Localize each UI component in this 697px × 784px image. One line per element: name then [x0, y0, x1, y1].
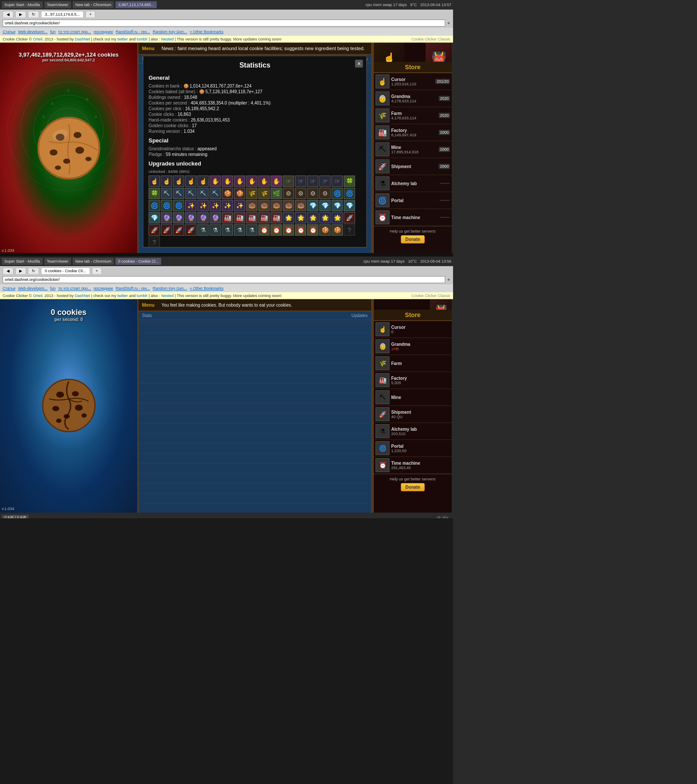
upgrade-52[interactable]: 💎 — [149, 212, 160, 223]
upgrade-69[interactable]: 🚀 — [149, 224, 160, 236]
taskbar-item-cookie[interactable]: 3,967,113,174,665... — [115, 1, 157, 8]
b-bookmark-key[interactable]: Random Key Gen... — [152, 286, 187, 291]
upgrade-56[interactable]: 🔮 — [197, 212, 209, 223]
upgrade-32[interactable]: ⚙ — [319, 188, 331, 199]
upgrade-71[interactable]: 🚀 — [173, 224, 184, 236]
upgrade-60[interactable]: 🏭 — [246, 212, 257, 223]
upgrade-9[interactable]: ✋ — [246, 176, 257, 187]
b-taskbar-mozilla[interactable]: Super Start - Mozilla — [2, 258, 43, 265]
store-farm-top[interactable]: 🌾 Farm 4,178,633,114 2020 — [374, 107, 452, 124]
upgrade-19[interactable]: ⛏ — [161, 188, 172, 199]
b-bookmark-rand[interactable]: RandStuff.ru - ген... — [116, 286, 150, 291]
upgrade-29[interactable]: ⚙ — [283, 188, 294, 199]
tumblr-link[interactable]: tumblr — [137, 37, 148, 41]
upgrade-12[interactable]: ☞ — [283, 176, 294, 187]
b-store-alchemy[interactable]: ⚗ Alchemy lab 203,510 — [374, 423, 452, 440]
b-store-factory[interactable]: 🏭 Factory 5,005 — [374, 372, 452, 389]
star-icon[interactable]: ★ — [447, 21, 450, 25]
upgrade-77[interactable]: ⚗ — [246, 224, 257, 236]
b-twitter-link[interactable]: twitter — [118, 294, 128, 298]
taskbar-item-teamviewer[interactable]: TeamViewer — [44, 1, 71, 8]
upgrade-82[interactable]: ⏰ — [307, 224, 318, 236]
upgrade-55[interactable]: 🔮 — [185, 212, 196, 223]
b-bookmark-stati[interactable]: Статьи — [3, 286, 15, 291]
store-shipment-top[interactable]: 🚀 Shipment 2000 — [374, 158, 452, 175]
tab-cookie-clicker[interactable]: 3...97,113,174,6.5... — [41, 11, 84, 17]
upgrade-47[interactable]: 🍩 — [295, 200, 306, 211]
upgrade-26[interactable]: 🌾 — [246, 188, 257, 199]
b-tab-cookie[interactable]: 0 cookies - Cookie Cli... — [41, 267, 90, 274]
store-alchemy-top[interactable]: ⚗ Alchemy lab — [374, 175, 452, 192]
upgrade-23[interactable]: ⛏ — [210, 188, 221, 199]
b-dashnet-link[interactable]: DashNet — [75, 294, 90, 298]
upgrade-61[interactable]: 🏭 — [258, 212, 270, 223]
upgrade-6[interactable]: ✋ — [210, 176, 221, 187]
upgrade-39[interactable]: ✨ — [197, 200, 209, 211]
orteil-link[interactable]: Orteil — [33, 37, 43, 41]
upgrade-74[interactable]: ⚗ — [210, 224, 221, 236]
b-stats-btn[interactable]: Stats — [142, 313, 152, 318]
b-bookmark-fun[interactable]: fun — [50, 286, 56, 291]
taskbar-item-mozilla[interactable]: Super Start - Mozilla — [2, 1, 43, 8]
upgrade-62[interactable]: 🏭 — [271, 212, 282, 223]
address-bar[interactable]: orteil.dashnet.org/cookieclicker/ — [3, 20, 445, 27]
upgrade-10[interactable]: ✋ — [258, 176, 270, 187]
upgrade-80[interactable]: ⏰ — [283, 224, 294, 236]
b-taskbar-teamviewer[interactable]: TeamViewer — [44, 258, 71, 265]
upgrade-11[interactable]: ✋ — [271, 176, 282, 187]
upgrade-40[interactable]: ✨ — [210, 200, 221, 211]
upgrade-33[interactable]: 🌀 — [332, 188, 343, 199]
b-updates-btn[interactable]: Updates — [352, 313, 368, 318]
bookmark-web[interactable]: Web-developm... — [18, 30, 47, 34]
b-nav-reload[interactable]: ↻ — [28, 267, 39, 274]
upgrade-83[interactable]: 🍪 — [319, 224, 331, 236]
upgrade-13[interactable]: ☞ — [295, 176, 306, 187]
upgrade-72[interactable]: 🚀 — [185, 224, 196, 236]
upgrade-50[interactable]: 💎 — [332, 200, 343, 211]
upgrade-64[interactable]: 🌟 — [295, 212, 306, 223]
upgrade-68[interactable]: 🚀 — [344, 212, 355, 223]
upgrade-48[interactable]: 💎 — [307, 200, 318, 211]
upgrade-44[interactable]: 🍩 — [258, 200, 270, 211]
nested-link[interactable]: Nested — [161, 37, 174, 41]
upgrade-41[interactable]: ✨ — [222, 200, 233, 211]
b-tab-new[interactable]: + — [92, 267, 102, 274]
b-bookmark-web[interactable]: Web-developm... — [18, 286, 47, 291]
b-store-timemachine[interactable]: ⏰ Time machine 291,463,45 — [374, 457, 452, 474]
upgrade-14[interactable]: ☞ — [307, 176, 318, 187]
upgrade-79[interactable]: ⏰ — [271, 224, 282, 236]
b-store-farm[interactable]: 🌾 Farm — [374, 355, 452, 372]
upgrade-5[interactable]: ☝ — [197, 176, 209, 187]
bookmark-posl[interactable]: последнее — [94, 30, 113, 34]
upgrade-37[interactable]: 🌀 — [173, 200, 184, 211]
bookmark-rand[interactable]: RandStuff.ru - ген... — [116, 30, 150, 34]
stats-close-btn[interactable]: × — [355, 60, 363, 68]
upgrade-7[interactable]: ✋ — [222, 176, 233, 187]
b-classic-link[interactable]: Cookie Clicker Classic — [411, 294, 450, 298]
nav-back[interactable]: ◀ — [3, 11, 14, 17]
upgrade-54[interactable]: 🔮 — [173, 212, 184, 223]
upgrade-58[interactable]: 🏭 — [222, 212, 233, 223]
nav-forward[interactable]: ▶ — [15, 11, 26, 17]
store-cursor-top[interactable]: ☝ Cursor 1,203,616,110 201/20 — [374, 73, 452, 90]
upgrade-70[interactable]: 🚀 — [161, 224, 172, 236]
upgrade-65[interactable]: 🌟 — [307, 212, 318, 223]
upgrade-30[interactable]: ⚙ — [295, 188, 306, 199]
bookmark-key[interactable]: Random Key Gen... — [152, 30, 187, 34]
menu-btn-top[interactable]: Menu — [142, 46, 155, 51]
upgrade-45[interactable]: 🍩 — [271, 200, 282, 211]
b-nav-back[interactable]: ◀ — [3, 267, 14, 274]
upgrade-28[interactable]: 🌿 — [271, 188, 282, 199]
b-orteil-link[interactable]: Orteil — [33, 294, 43, 298]
bookmark-stati[interactable]: Статьи — [3, 30, 15, 34]
upgrade-38[interactable]: ✨ — [185, 200, 196, 211]
b-store-mine[interactable]: ⛏ Mine — [374, 389, 452, 406]
bookmark-chto[interactable]: то что стоит про... — [58, 30, 91, 34]
donate-btn-top[interactable]: Donate — [401, 235, 425, 243]
upgrade-34[interactable]: 🌀 — [344, 188, 355, 199]
upgrade-22[interactable]: ⛏ — [197, 188, 209, 199]
b-store-grandma[interactable]: 👵 Grandma 1HB — [374, 338, 452, 355]
big-cookie-top[interactable] — [36, 115, 102, 182]
upgrade-24[interactable]: 🍪 — [222, 188, 233, 199]
upgrade-31[interactable]: ⚙ — [307, 188, 318, 199]
